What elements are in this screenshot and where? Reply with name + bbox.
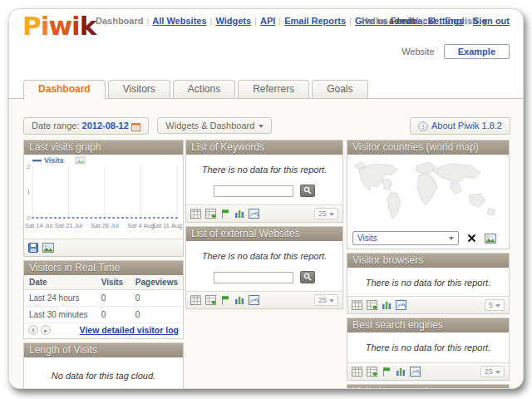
tab-referrers[interactable]: Referrers (238, 80, 309, 98)
search-button[interactable] (300, 185, 315, 197)
tag-cloud-icon[interactable] (410, 367, 421, 377)
nav-item-api[interactable]: API (260, 16, 275, 26)
nav-item-widgets[interactable]: Widgets (215, 16, 251, 26)
nav-item-all-websites[interactable]: All Websites (152, 16, 206, 26)
widget-length-of-visits: Length of Visits No data for this tag cl… (23, 342, 184, 389)
website-selector[interactable]: Example (444, 44, 510, 59)
separator: | (275, 16, 284, 26)
table-icon[interactable] (352, 367, 362, 377)
widget-header[interactable]: Visitor browsers (347, 254, 509, 268)
info-icon: i (418, 121, 428, 131)
widget-footer: 25 (347, 362, 509, 380)
bar-chart-icon[interactable] (382, 300, 392, 310)
about-piwik-button[interactable]: iAbout Piwik 1.8.2 (410, 117, 510, 135)
widget-last-visits-graph: Last visits graph Visits 2 1 0 Sat 14 Ju… (23, 140, 184, 257)
widget-footer: 25 (186, 204, 342, 222)
nav-item-email-reports[interactable]: Email Reports (284, 16, 346, 26)
x-tick: Sat 28 Jul (91, 222, 119, 229)
tab-actions[interactable]: Actions (173, 80, 235, 98)
logo-letter: P (22, 11, 41, 41)
widgets-dashboard-button[interactable]: Widgets & Dashboard (157, 117, 272, 134)
table-icon[interactable] (190, 295, 201, 305)
widget-header[interactable]: Best search engines (347, 318, 509, 332)
tag-cloud-icon[interactable] (249, 209, 259, 219)
table-icon[interactable] (352, 300, 362, 310)
widgets-dashboard-label: Widgets & Dashboard (165, 121, 254, 131)
y-tick: 0 (27, 214, 31, 222)
separator: | (207, 16, 216, 26)
main-tabs: Dashboard Visitors Actions Referrers Goa… (23, 80, 368, 100)
widget-header[interactable]: Visitors in Real Time (24, 261, 183, 275)
table-expanded-icon[interactable] (367, 367, 377, 377)
separator: | (346, 16, 355, 26)
dashboard-column-3: Visitor countries (world map) (347, 140, 510, 389)
empty-message: No data for this tag cloud. (24, 357, 183, 384)
tag-cloud-icon[interactable] (396, 300, 406, 310)
page-size-selector[interactable]: 25 (480, 366, 505, 377)
empty-message: There is no data for this report. (347, 332, 509, 362)
table-expanded-icon[interactable] (205, 209, 216, 219)
y-tick: 1 (27, 188, 31, 195)
table-row[interactable]: Last 24 hours 0 0 (24, 290, 183, 307)
signout-link[interactable]: Sign out (473, 16, 510, 26)
x-tick: Sat 4 Aug (127, 222, 155, 229)
table-expanded-icon[interactable] (205, 295, 216, 305)
settings-link[interactable]: Settings (428, 16, 464, 26)
image-export-icon[interactable] (76, 157, 85, 164)
table-row[interactable]: Last 30 minutes 0 0 (24, 307, 183, 323)
export-flag-icon[interactable] (220, 209, 230, 219)
world-map[interactable] (347, 155, 509, 229)
column-header: Visits (96, 275, 131, 290)
widget-header[interactable]: Length of Visits (24, 343, 183, 357)
date-range-button[interactable]: Date range: 2012-08-12 (23, 117, 149, 135)
page-size-selector[interactable]: 25 (314, 294, 338, 306)
y-tick: 2 (27, 163, 31, 170)
chevron-down-icon (329, 299, 334, 303)
image-export-icon[interactable] (485, 234, 496, 244)
nav-item-dashboard[interactable]: Dashboard (96, 16, 143, 26)
table-icon[interactable] (190, 209, 201, 219)
export-flag-icon[interactable] (382, 367, 392, 377)
report-search-input[interactable] (214, 272, 293, 283)
legend-label[interactable]: Visits (44, 156, 64, 165)
widget-header[interactable]: List of Keywords (186, 140, 342, 155)
bar-chart-icon[interactable] (234, 295, 244, 305)
search-button[interactable] (300, 271, 315, 283)
visitor-log-link[interactable]: View detailed visitor log (80, 325, 179, 335)
row-visits: 0 (96, 307, 131, 323)
fullscreen-icon[interactable] (467, 234, 476, 243)
page-size-selector[interactable]: 5 (485, 299, 505, 311)
logo-letter: k (80, 11, 96, 41)
user-area: Hello, admin!|Settings|Sign out (362, 16, 510, 26)
page-size-selector[interactable]: 25 (314, 208, 338, 219)
widget-header[interactable]: Visits by server time (347, 385, 509, 389)
username: admin (389, 16, 416, 26)
map-metric-select[interactable]: Visits (352, 231, 459, 245)
report-search-input[interactable] (214, 185, 293, 197)
row-visits: 0 (96, 290, 131, 307)
tab-goals[interactable]: Goals (312, 80, 367, 98)
chevron-down-icon (495, 304, 500, 308)
bar-chart-icon[interactable] (234, 209, 244, 219)
report-search-row (186, 178, 342, 204)
export-save-icon[interactable] (28, 243, 38, 253)
tab-visitors[interactable]: Visitors (108, 80, 170, 98)
widget-header[interactable]: Last visits graph (24, 140, 183, 155)
widget-header[interactable]: Visitor countries (world map) (347, 140, 509, 155)
calendar-icon (131, 122, 140, 131)
table-expanded-icon[interactable] (367, 300, 377, 310)
tag-cloud-icon[interactable] (249, 295, 259, 305)
piwik-logo[interactable]: Piwik (22, 11, 96, 41)
date-range-label: Date range: (32, 121, 79, 131)
pause-icon[interactable]: ‖ (28, 325, 38, 335)
image-export-icon[interactable] (42, 243, 54, 253)
widget-best-search-engines: Best search engines There is no data for… (347, 318, 510, 381)
row-date: Last 24 hours (24, 290, 96, 307)
bar-chart-icon[interactable] (396, 367, 406, 377)
widget-visitors-in-real-time: Visitors in Real Time Date Visits Pagevi… (23, 260, 184, 339)
export-flag-icon[interactable] (220, 295, 230, 305)
widget-header[interactable]: List of external Websites (186, 227, 342, 241)
tab-dashboard[interactable]: Dashboard (23, 80, 106, 100)
separator: | (143, 16, 152, 26)
play-icon[interactable]: ▸ (41, 325, 51, 335)
